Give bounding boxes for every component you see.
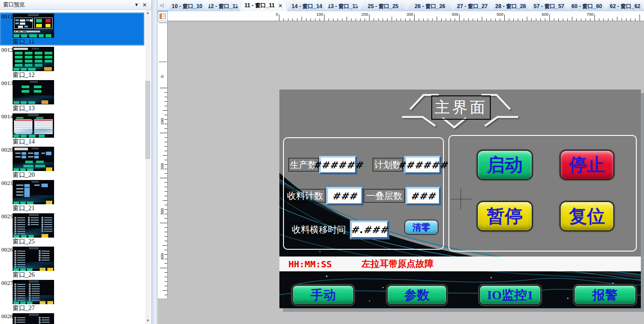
tab-11-11[interactable]: 11 - 窗口_11✕ [240, 0, 288, 11]
window-thumbnail[interactable] [13, 180, 54, 204]
tab-10-10[interactable]: 10 - 窗口_10 [168, 2, 206, 11]
thumbnail-wave-decoration [13, 295, 54, 302]
field-label-traverse-time[interactable]: 收料横移时间 [288, 223, 349, 236]
reset-button[interactable]: 复位 [560, 201, 614, 231]
numeric-display-collect-count[interactable]: ### [326, 187, 363, 205]
numeric-display-production-count[interactable]: ###### [319, 156, 357, 174]
ruler-label: 600 [530, 12, 548, 17]
clear-button[interactable]: 清零 [404, 220, 438, 235]
tab-14-14[interactable]: 14 - 窗口_14 [288, 2, 326, 11]
window-preview-panel: 窗口预览 ▼ ✕ 0011窗口_110012窗口_120013窗口_130014… [0, 0, 151, 324]
start-button[interactable]: 启动 [477, 150, 533, 180]
window-number: 0027 [1, 279, 13, 287]
page-icon [160, 14, 166, 19]
nav-io-monitor-button[interactable]: IO监控1 [479, 285, 541, 305]
sidebar-window-item[interactable]: 0020窗口_20 [0, 146, 144, 179]
preview-scrollbar[interactable]: ▲ ▼ [145, 10, 151, 324]
window-number: 0026 [1, 246, 13, 253]
window-number: 0012 [1, 46, 13, 54]
sidebar-window-item[interactable]: 0027窗口_27 [0, 279, 144, 312]
nav-parameters-button[interactable]: 参数 [387, 285, 447, 305]
window-thumbnail[interactable] [13, 113, 54, 138]
center-crosshair-icon [461, 189, 461, 209]
scroll-down-icon[interactable]: ▼ [145, 318, 151, 324]
tab-label: 14 - 窗口_14 [292, 3, 322, 10]
tab-27-27[interactable]: 27 - 窗口_27 [453, 2, 491, 11]
tab-close-icon[interactable]: ✕ [278, 3, 283, 9]
thumbnail-wave-decoration [13, 129, 54, 136]
center-crosshair-icon [451, 199, 471, 199]
panel-dropdown-icon[interactable]: ▼ [132, 2, 141, 7]
window-tab-bar: ◁ 10 - 窗口_1012 - 窗口_1211 - 窗口_11✕14 - 窗口… [158, 0, 644, 11]
numeric-display-plan-count[interactable]: ###### [404, 156, 441, 174]
window-number: 0021 [1, 180, 13, 187]
thumbnail-wave-decoration [13, 29, 54, 36]
ruler-label: 100 [160, 115, 164, 128]
window-name: 窗口_21 [13, 204, 35, 212]
stop-button[interactable]: 停止 [560, 150, 614, 180]
window-name: 窗口_12 [13, 71, 35, 79]
window-name: 窗口_25 [13, 238, 35, 246]
sidebar-window-item[interactable]: 0026窗口_26 [0, 246, 144, 279]
tab-label: 28 - 窗口_28 [495, 3, 526, 10]
tab-12-12[interactable]: 12 - 窗口_12 [206, 2, 240, 11]
hmi-design-window[interactable]: 主界面 生产数 ###### 计划数 ###### 收料计数 ### 一叠层数 … [279, 90, 641, 308]
tab-label: 25 - 窗口_25 [368, 3, 398, 10]
scrollbar-thumb[interactable] [146, 81, 150, 159]
field-label-stack-layers[interactable]: 一叠层数 [364, 189, 405, 202]
ruler-label: 200 [160, 160, 164, 173]
panel-splitter[interactable] [151, 0, 158, 324]
sidebar-window-item[interactable]: 0013窗口_13 [0, 79, 144, 112]
tab-28-28[interactable]: 28 - 窗口_28 [491, 2, 530, 11]
sidebar-window-item[interactable]: 0028窗口_28 [0, 312, 144, 324]
ruler-corner-button[interactable] [158, 11, 168, 21]
numeric-display-traverse-time[interactable]: #.### [350, 220, 389, 239]
window-thumbnail[interactable] [13, 14, 54, 38]
tab-26-26[interactable]: 26 - 窗口_26 [406, 2, 453, 11]
ruler-label: 400 [160, 250, 164, 263]
sidebar-window-item[interactable]: 0021窗口_21 [0, 179, 144, 212]
window-name: 窗口_11 [13, 38, 34, 46]
tab-25-25[interactable]: 25 - 窗口_25 [360, 2, 406, 11]
numeric-display-stack-layers[interactable]: ### [406, 187, 441, 205]
window-thumbnail[interactable] [13, 80, 54, 104]
window-thumbnail[interactable] [13, 47, 54, 71]
sidebar-window-item[interactable]: 0012窗口_12 [0, 46, 144, 79]
thumbnail-wave-decoration [13, 229, 54, 236]
ruler-label: 0 [260, 12, 278, 17]
window-thumbnail[interactable] [13, 247, 54, 271]
tab-62-62[interactable]: 62 - 窗口_62 [606, 2, 644, 11]
window-thumbnail[interactable] [13, 147, 54, 171]
screen-title[interactable]: 主界面 [431, 95, 491, 120]
tab-57-57[interactable]: 57 - 窗口_57 [530, 2, 568, 11]
pause-button[interactable]: 暂停 [477, 201, 533, 231]
tab-label: 60 - 窗口_60 [571, 3, 602, 10]
tab-label: 26 - 窗口_26 [415, 3, 445, 10]
window-number: 0011 [1, 13, 13, 20]
tab-60-60[interactable]: 60 - 窗口_60 [568, 2, 606, 11]
field-label-collect-count[interactable]: 收料计数 [285, 189, 325, 202]
panel-close-icon[interactable]: ✕ [141, 2, 149, 8]
window-number: 0013 [1, 80, 13, 87]
tab-label: 57 - 窗口_57 [534, 3, 564, 10]
scroll-up-icon[interactable]: ▲ [145, 10, 151, 16]
sidebar-window-item[interactable]: 0014窗口_14 [0, 112, 144, 145]
tab-scroll-left-icon[interactable]: ◁ [160, 2, 163, 8]
alarm-message: 左拉耳带原点故障 [361, 258, 434, 270]
sidebar-window-item[interactable]: 0025窗口_25 [0, 212, 144, 245]
nav-manual-button[interactable]: 手动 [292, 285, 354, 305]
thumbnail-wave-decoration [13, 62, 54, 69]
nav-alarm-button[interactable]: 报警 [574, 285, 636, 305]
window-thumbnail[interactable] [13, 213, 54, 238]
window-name: 窗口_26 [13, 271, 35, 279]
sidebar-window-item[interactable]: 0011窗口_11 [0, 13, 144, 45]
window-number: 0028 [1, 313, 13, 320]
alarm-status-bar[interactable]: HH:MM:SS 左拉耳带原点故障 [279, 256, 641, 271]
window-thumbnail[interactable] [13, 313, 54, 324]
tab-label: 10 - 窗口_10 [172, 3, 202, 10]
window-thumbnail[interactable] [13, 280, 54, 304]
window-number: 0014 [1, 113, 13, 120]
tab-13-13[interactable]: 13 - 窗口_13 [326, 2, 360, 11]
window-number: 0025 [1, 213, 13, 220]
ruler-label: 700 [575, 12, 594, 17]
